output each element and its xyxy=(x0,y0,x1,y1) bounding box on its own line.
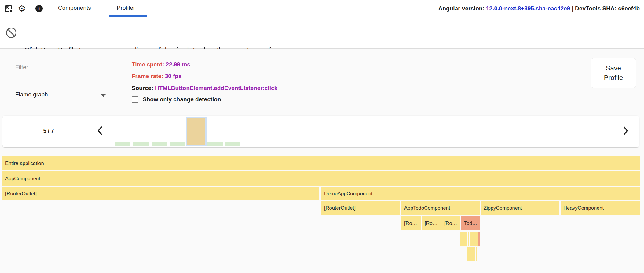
flame-bar[interactable]: [Ro… xyxy=(441,216,460,230)
flame-stripe[interactable] xyxy=(464,232,466,246)
flame-bar[interactable]: [RouterOutlet] xyxy=(321,201,400,215)
flame-stripe[interactable] xyxy=(471,232,473,246)
angular-devtools-profiler: ⚙ i Components Profiler Angular version:… xyxy=(0,0,644,273)
flame-stripe[interactable] xyxy=(477,232,478,246)
flame-bar[interactable]: AppTodoComponent xyxy=(401,201,480,215)
flame-bar[interactable]: DemoAppComponent xyxy=(321,187,640,200)
flame-stripe[interactable] xyxy=(470,247,472,261)
flame-stripe[interactable] xyxy=(460,232,462,246)
flame-stripe[interactable] xyxy=(462,232,464,246)
flame-bar[interactable]: [Ro… xyxy=(422,216,441,230)
flame-bar[interactable]: ZippyComponent xyxy=(481,201,559,215)
flame-stripe[interactable] xyxy=(468,247,470,261)
flame-stripe[interactable] xyxy=(475,232,477,246)
flame-stripe[interactable] xyxy=(467,247,468,261)
flame-stripe[interactable] xyxy=(478,247,478,261)
flame-stripe[interactable] xyxy=(466,232,467,246)
flame-graph: Entire applicationAppComponent[RouterOut… xyxy=(0,0,644,273)
flame-stripe[interactable] xyxy=(474,247,475,261)
flame-bar[interactable]: Tod… xyxy=(461,216,480,230)
flame-stripe[interactable] xyxy=(472,247,474,261)
flame-bar[interactable]: Entire application xyxy=(2,156,640,170)
flame-stripe[interactable] xyxy=(476,247,477,261)
flame-bar[interactable]: [RouterOutlet] xyxy=(2,187,319,200)
flame-stripe[interactable] xyxy=(470,232,471,246)
flame-stripe[interactable] xyxy=(473,232,475,246)
flame-stripe[interactable] xyxy=(468,232,469,246)
flame-stripe[interactable] xyxy=(478,232,480,246)
flame-bar[interactable]: HeavyComponent xyxy=(561,201,640,215)
flame-bar[interactable]: [Ro… xyxy=(401,216,421,230)
flame-bar[interactable]: AppComponent xyxy=(2,171,640,186)
